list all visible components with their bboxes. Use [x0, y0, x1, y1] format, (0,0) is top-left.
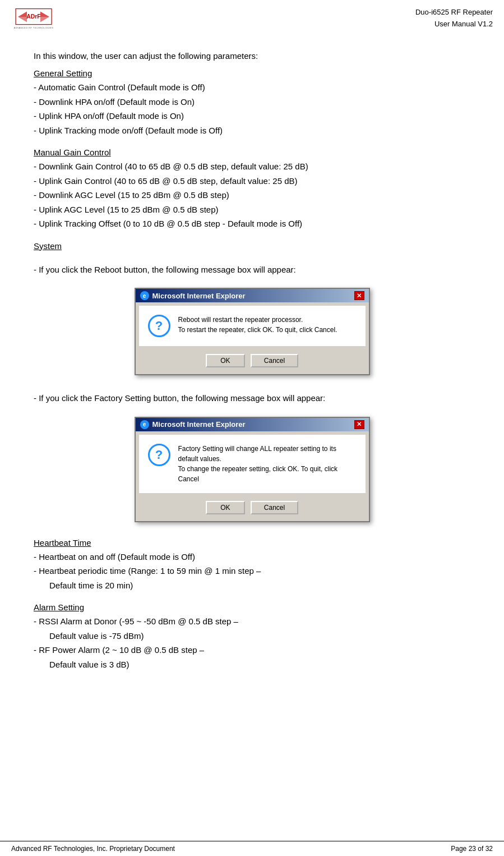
reboot-dialog-body: ? Reboot will restart the repeater proce… — [139, 306, 366, 346]
factory-dialog-title: Microsoft Internet Explorer — [152, 420, 246, 429]
reboot-dialog: e Microsoft Internet Explorer ✕ ? Reboot… — [135, 288, 370, 375]
page-header: ADrF ADVANCED RF TECHNOLOGIES Duo-i6525 … — [0, 0, 504, 38]
factory-titlebar-left: e Microsoft Internet Explorer — [140, 420, 246, 429]
intro-text: In this window, the user can adjust the … — [34, 49, 470, 63]
manual-gain-item-2: - Uplink Gain Control (40 to 65 dB @ 0.5… — [34, 174, 470, 188]
dialog-titlebar-left: e Microsoft Internet Explorer — [140, 291, 246, 300]
footer-left: Advanced RF Technologies, Inc. Proprieta… — [11, 845, 175, 853]
alarm-indent-2: Default value is 3 dB) — [34, 657, 470, 672]
factory-dialog-buttons: OK Cancel — [136, 496, 369, 521]
manual-gain-item-4: - Uplink AGC Level (15 to 25 dBm @ 0.5 d… — [34, 203, 470, 217]
factory-dialog: e Microsoft Internet Explorer ✕ ? Factor… — [135, 417, 370, 522]
manual-gain-heading: Manual Gain Control — [34, 148, 470, 157]
factory-dialog-text: Factory Setting will change ALL repeater… — [178, 444, 357, 484]
title-line1: Duo-i6525 RF Repeater — [415, 7, 493, 19]
alarm-heading: Alarm Setting — [34, 602, 470, 612]
factory-dialog-close-button[interactable]: ✕ — [354, 420, 364, 429]
reboot-dialog-buttons: OK Cancel — [136, 349, 369, 374]
alarm-item-1: - RSSI Alarm at Donor (-95 ~ -50 dBm @ 0… — [34, 614, 470, 629]
heartbeat-indent: Default time is 20 min) — [34, 578, 470, 593]
alarm-section: Alarm Setting - RSSI Alarm at Donor (-95… — [34, 602, 470, 671]
general-setting-section: General Setting - Automatic Gain Control… — [34, 68, 470, 137]
reboot-msg-line2: To restart the repeater, click OK. To qu… — [178, 325, 337, 335]
manual-gain-item-3: - Downlink AGC Level (15 to 25 dBm @ 0.5… — [34, 188, 470, 203]
general-item-4: - Uplink Tracking mode on/off (Default m… — [34, 123, 470, 138]
factory-dialog-body: ? Factory Setting will change ALL repeat… — [139, 435, 366, 493]
manual-gain-item-5: - Uplink Tracking Offset (0 to 10 dB @ 0… — [34, 217, 470, 231]
heartbeat-heading: Heartbeat Time — [34, 538, 470, 547]
svg-text:ADrF: ADrF — [26, 13, 40, 20]
main-content: In this window, the user can adjust the … — [0, 38, 504, 715]
company-logo: ADrF ADVANCED RF TECHNOLOGIES — [11, 7, 56, 34]
reboot-dialog-titlebar: e Microsoft Internet Explorer ✕ — [136, 289, 369, 302]
svg-text:ADVANCED RF TECHNOLOGIES: ADVANCED RF TECHNOLOGIES — [14, 26, 54, 29]
factory-msg-line1: Factory Setting will change ALL repeater… — [178, 444, 357, 464]
general-item-3: - Uplink HPA on/off (Default mode is On) — [34, 109, 470, 123]
manual-gain-section: Manual Gain Control - Downlink Gain Cont… — [34, 148, 470, 231]
factory-dialog-titlebar: e Microsoft Internet Explorer ✕ — [136, 418, 369, 431]
reboot-msg-line1: Reboot will restart the repeater process… — [178, 315, 337, 325]
document-title: Duo-i6525 RF Repeater User Manual V1.2 — [415, 7, 493, 30]
question-icon: ? — [148, 315, 170, 337]
factory-cancel-button[interactable]: Cancel — [251, 501, 298, 514]
general-item-1: - Automatic Gain Control (Default mode i… — [34, 80, 470, 95]
factory-ie-icon: e — [140, 420, 149, 429]
reboot-dialog-title: Microsoft Internet Explorer — [152, 292, 246, 300]
dialog-close-button[interactable]: ✕ — [354, 291, 364, 300]
system-heading: System — [34, 241, 470, 251]
heartbeat-section: Heartbeat Time - Heartbeat on and off (D… — [34, 538, 470, 593]
reboot-ok-button[interactable]: OK — [206, 354, 245, 367]
alarm-indent-1: Default value is -75 dBm) — [34, 629, 470, 643]
footer-right: Page 23 of 32 — [451, 845, 493, 853]
reboot-text: - If you click the Reboot button, the fo… — [34, 263, 470, 277]
general-setting-heading: General Setting — [34, 68, 470, 78]
general-item-2: - Downlink HPA on/off (Default mode is O… — [34, 95, 470, 109]
heartbeat-item-1: - Heartbeat on and off (Default mode is … — [34, 550, 470, 564]
heartbeat-item-2: - Heartbeat periodic time (Range: 1 to 5… — [34, 564, 470, 578]
factory-dialog-container: e Microsoft Internet Explorer ✕ ? Factor… — [34, 417, 470, 522]
page-footer: Advanced RF Technologies, Inc. Proprieta… — [0, 841, 504, 856]
factory-text: - If you click the Factory Setting butto… — [34, 391, 470, 406]
factory-ok-button[interactable]: OK — [206, 501, 245, 514]
reboot-dialog-container: e Microsoft Internet Explorer ✕ ? Reboot… — [34, 288, 470, 375]
ie-icon: e — [140, 291, 149, 300]
reboot-cancel-button[interactable]: Cancel — [251, 354, 298, 367]
alarm-item-2: - RF Power Alarm (2 ~ 10 dB @ 0.5 dB ste… — [34, 643, 470, 657]
logo-area: ADrF ADVANCED RF TECHNOLOGIES — [11, 7, 56, 34]
reboot-dialog-text: Reboot will restart the repeater process… — [178, 315, 337, 335]
manual-gain-item-1: - Downlink Gain Control (40 to 65 dB @ 0… — [34, 159, 470, 174]
factory-text-block: - If you click the Factory Setting butto… — [34, 391, 470, 406]
factory-msg-line2: To change the repeater setting, click OK… — [178, 464, 357, 484]
factory-question-icon: ? — [148, 444, 170, 466]
system-section: System - If you click the Reboot button,… — [34, 241, 470, 277]
title-line2: User Manual V1.2 — [415, 19, 493, 30]
